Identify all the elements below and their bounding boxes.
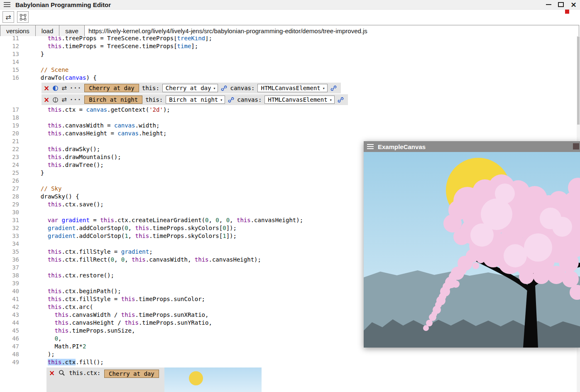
save-button[interactable]: save [59,25,85,36]
code-line[interactable]: 49 this.ctx.fill(); [0,358,577,366]
swap-arrows-icon: ⇄ [5,13,11,21]
line-number: 39 [0,279,20,287]
magnifier-icon[interactable] [59,370,65,376]
minimize-button[interactable] [546,4,551,5]
example-close-button[interactable]: × [44,96,49,103]
line-number: 27 [0,185,20,193]
example-more-icon[interactable]: ··· [70,96,81,103]
menu-icon[interactable] [4,2,10,7]
preview-sky [164,368,262,392]
line-number: 38 [0,272,20,279]
line-number: 28 [0,193,20,201]
link-icon[interactable] [228,97,234,103]
line-number: 12 [0,42,20,50]
line-number: 37 [0,264,20,272]
line-number: 26 [0,177,20,185]
code-line[interactable]: 11 this.treeProps = TreeScene.treeProps[… [0,36,577,42]
versions-button[interactable]: versions [0,25,36,36]
line-number: 46 [0,335,20,343]
app-window: Babylonian Programming Editor × ⇄ [0,0,580,392]
code-line[interactable]: 48 ); [0,350,577,358]
example-name-button[interactable]: Birch at night [84,96,142,104]
link-icon[interactable] [338,97,344,103]
code-line[interactable]: 20 this.canvasHeight = canvas.height; [0,130,577,137]
line-number: 20 [0,130,20,137]
code-line[interactable]: 13 } [0,50,577,58]
notification-indicator [565,10,569,14]
preview-sun [189,371,203,385]
chevron-down-icon: ▾ [323,86,325,91]
line-number: 23 [0,153,20,161]
example-canvas-select[interactable]: HTMLCanvasElement▾ [257,84,327,92]
line-number: 22 [0,145,20,153]
line-number: 45 [0,327,20,335]
code-line[interactable]: 18 [0,114,577,122]
example-name-button[interactable]: Cherry at day [84,84,139,92]
code-line[interactable]: 17 this.ctx = canvas.getContext('2d'); [0,106,577,114]
window-corner-handle[interactable] [573,143,579,149]
example-more-icon[interactable]: ··· [70,85,81,91]
example-row: × ⇄ ··· Birch at night this: Birch at ni… [42,94,348,105]
probe-widget: × this.ctx: Cherry at day [46,368,262,392]
line-number: 31 [0,216,20,224]
line-number: 18 [0,114,20,122]
swap-tool-button[interactable]: ⇄ [2,11,14,23]
line-number: 48 [0,350,20,358]
probe-close-button[interactable]: × [49,370,55,377]
probe-canvas-preview [164,368,262,392]
code-line[interactable]: 16 drawTo(canvas) { [0,74,577,82]
example-canvas [364,152,580,348]
url-input[interactable]: https://lively-kernel.org/lively4/lively… [85,25,579,36]
example-canvas-label: canvas: [237,96,262,103]
line-number: 21 [0,137,20,145]
example-this-select[interactable]: Cherry at day▾ [162,84,218,92]
code-line[interactable]: 15 // Scene [0,66,577,74]
example-canvas-label: canvas: [230,85,255,91]
link-icon[interactable] [221,85,227,91]
scrollbar-thumb[interactable] [577,37,580,125]
line-number: 47 [0,343,20,350]
line-number: 17 [0,106,20,114]
line-number: 35 [0,248,20,256]
chevron-down-icon: ▾ [330,98,332,102]
example-close-button[interactable]: × [44,85,49,92]
line-number: 25 [0,169,20,177]
code-line[interactable]: 14 [0,58,577,66]
transform-frame-icon [20,14,27,21]
line-number: 15 [0,66,20,74]
line-number: 49 [0,358,20,366]
example-active-toggle-icon[interactable] [52,85,59,91]
line-number: 42 [0,303,20,311]
close-button[interactable]: × [570,1,577,8]
code-line[interactable]: 19 this.canvasWidth = canvas.width; [0,122,577,130]
example-swap-icon[interactable]: ⇄ [61,96,67,103]
line-number: 14 [0,58,20,66]
code-line[interactable]: 12 this.timeProps = TreeScene.timeProps[… [0,42,577,50]
example-row: × ⇄ ··· Cherry at day this: Cherry at da… [42,83,341,93]
link-icon[interactable] [330,85,337,91]
line-number: 30 [0,208,20,216]
example-this-select[interactable]: Birch at night▾ [166,96,225,104]
example-canvas-window: ExampleCanvas [364,141,580,348]
line-number: 36 [0,256,20,264]
line-number: 16 [0,74,20,82]
line-number: 32 [0,224,20,232]
line-number: 29 [0,201,20,208]
chevron-down-icon: ▾ [220,98,223,102]
select-tool-button[interactable] [17,11,29,23]
line-number: 44 [0,319,20,327]
example-canvas-select[interactable]: HTMLCanvasElement▾ [264,96,334,104]
example-inactive-toggle-icon[interactable] [52,97,59,103]
maximize-button[interactable] [558,2,564,7]
load-button[interactable]: load [36,25,59,36]
line-number: 41 [0,295,20,303]
example-swap-icon[interactable]: ⇄ [61,84,67,92]
line-number: 13 [0,50,20,58]
chevron-down-icon: ▾ [213,86,215,91]
example-canvas-titlebar[interactable]: ExampleCanvas [364,141,580,152]
menu-icon[interactable] [367,144,374,149]
example-rows: × ⇄ ··· Cherry at day this: Cherry at da… [42,83,577,105]
probe-expression: this.ctx: [69,370,100,376]
line-number: 11 [0,36,20,42]
probe-example-chip[interactable]: Cherry at day [104,370,159,378]
